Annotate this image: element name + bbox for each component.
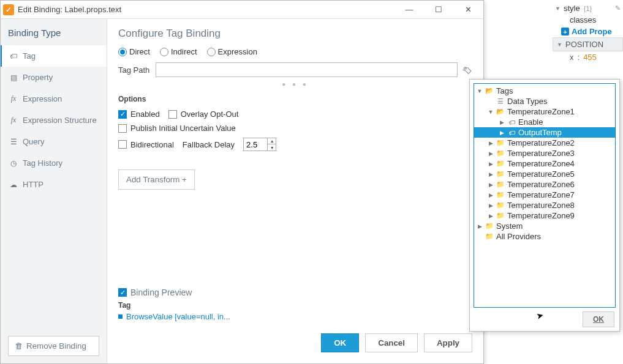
radio-indirect[interactable]: Indirect bbox=[160, 47, 197, 56]
tagpath-label: Tag Path bbox=[118, 65, 149, 75]
types-icon: ☰ bbox=[496, 97, 505, 105]
main-title: Configure Tag Binding bbox=[118, 28, 472, 40]
radio-expression[interactable]: Expression bbox=[207, 47, 257, 56]
sidebar-item-tag-history[interactable]: ◷ Tag History bbox=[1, 152, 107, 174]
tree-node[interactable]: ▶📁TemperatureZone5 bbox=[474, 169, 615, 179]
style-key[interactable]: style bbox=[564, 4, 580, 13]
trash-icon: 🗑 bbox=[15, 341, 23, 351]
tree-toggle-icon[interactable]: ▼ bbox=[557, 42, 562, 48]
tree-toggle-icon[interactable]: ▶ bbox=[488, 192, 494, 198]
checkbox-icon[interactable] bbox=[118, 288, 127, 297]
tag-icon: 🏷 bbox=[507, 119, 516, 126]
tree-toggle-icon[interactable]: ▶ bbox=[477, 223, 483, 229]
add-transform-button[interactable]: Add Transform + bbox=[118, 169, 195, 190]
paint-icon[interactable]: ✎ bbox=[615, 4, 621, 12]
sidebar-item-label: Tag History bbox=[23, 158, 62, 168]
browse-tag-icon[interactable]: 🏷 bbox=[459, 62, 474, 77]
tree-node-label: Tags bbox=[496, 86, 513, 95]
main-panel: Configure Tag Binding Direct Indirect Ex… bbox=[107, 19, 483, 363]
checkbox-icon bbox=[118, 140, 127, 149]
fallback-delay-label: Fallback Delay bbox=[183, 140, 235, 149]
sidebar-item-query[interactable]: ☰ Query bbox=[1, 131, 107, 152]
tree-toggle-icon[interactable]: ▶ bbox=[488, 213, 494, 219]
tree-toggle-icon[interactable]: ▶ bbox=[488, 202, 494, 209]
add-property-link[interactable]: + Add Prope bbox=[553, 26, 623, 37]
apply-button[interactable]: Apply bbox=[424, 333, 472, 352]
sidebar-item-http[interactable]: ☁ HTTP bbox=[1, 174, 107, 195]
maximize-button[interactable]: ☐ bbox=[429, 2, 448, 17]
spinner-up-icon[interactable]: ▲ bbox=[268, 138, 276, 144]
ok-button[interactable]: OK bbox=[321, 333, 359, 352]
tree-toggle-icon[interactable]: ▶ bbox=[499, 130, 505, 136]
classes-key[interactable]: classes bbox=[570, 15, 596, 24]
titlebar[interactable]: Edit Binding: Label.props.text — ☐ ✕ bbox=[1, 1, 483, 19]
radio-dot-icon bbox=[160, 48, 168, 56]
checkbox-icon bbox=[118, 110, 127, 119]
tree-node-label: TemperatureZone1 bbox=[507, 107, 575, 116]
tree-toggle-icon[interactable]: ▶ bbox=[488, 171, 494, 177]
tag-tree[interactable]: ▼📂Tags☰Data Types▼📂TemperatureZone1▶🏷Ena… bbox=[474, 83, 616, 308]
tree-node-label: Enable bbox=[518, 117, 543, 127]
enabled-checkbox[interactable]: Enabled bbox=[118, 110, 160, 119]
popup-ok-button[interactable]: OK bbox=[583, 311, 614, 327]
sidebar-item-label: Query bbox=[23, 137, 44, 146]
folder-icon: 📁 bbox=[496, 170, 505, 178]
tree-node[interactable]: ▶📁TemperatureZone4 bbox=[474, 158, 615, 169]
overlay-checkbox[interactable]: Overlay Opt-Out bbox=[168, 110, 239, 119]
sidebar-item-expression[interactable]: fx Expression bbox=[1, 88, 107, 110]
tree-node[interactable]: ▶📁TemperatureZone2 bbox=[474, 138, 615, 148]
window-title: Edit Binding: Label.props.text bbox=[18, 5, 400, 14]
tree-node[interactable]: ▼📂TemperatureZone1 bbox=[474, 106, 615, 117]
sidebar-item-property[interactable]: ▤ Property bbox=[1, 67, 107, 88]
sidebar-item-expression-structure[interactable]: fx Expression Structure bbox=[1, 110, 107, 131]
tree-node[interactable]: ▶📁TemperatureZone6 bbox=[474, 179, 615, 190]
close-button[interactable]: ✕ bbox=[459, 2, 477, 17]
tree-node-label: System bbox=[496, 221, 523, 231]
tree-toggle-icon[interactable]: ▶ bbox=[488, 140, 494, 146]
tree-toggle-icon[interactable]: ▼ bbox=[477, 88, 483, 94]
radio-dot-icon bbox=[118, 48, 127, 56]
tag-icon: 🏷 bbox=[9, 52, 18, 61]
cloud-icon: ☁ bbox=[9, 180, 18, 189]
tree-toggle-icon[interactable]: ▶ bbox=[499, 119, 505, 125]
tree-node[interactable]: ▶📁TemperatureZone8 bbox=[474, 200, 615, 210]
folder-open-icon: 📂 bbox=[485, 87, 494, 95]
position-section[interactable]: ▼ POSITION bbox=[553, 37, 623, 51]
resize-handle-icon[interactable]: ● ● ● bbox=[118, 81, 472, 87]
tree-node[interactable]: ▶🏷Enable bbox=[474, 117, 615, 127]
tree-toggle-icon[interactable]: ▶ bbox=[488, 150, 494, 157]
property-icon: ▤ bbox=[9, 73, 18, 82]
sidebar-item-tag[interactable]: 🏷 Tag bbox=[1, 45, 107, 67]
sidebar-item-label: Expression Structure bbox=[23, 116, 97, 125]
tree-node[interactable]: 📁All Providers bbox=[474, 231, 615, 242]
radio-direct[interactable]: Direct bbox=[118, 47, 150, 56]
preview-title: Binding Preview bbox=[130, 288, 192, 297]
tree-node[interactable]: ▶📁TemperatureZone9 bbox=[474, 210, 615, 221]
spinner-down-icon[interactable]: ▼ bbox=[268, 144, 276, 150]
tree-node[interactable]: ▶🏷OutputTemp bbox=[474, 127, 615, 138]
tree-node[interactable]: ▶📁TemperatureZone7 bbox=[474, 190, 615, 200]
sidebar-item-label: Expression bbox=[23, 94, 62, 103]
radio-dot-icon bbox=[207, 48, 216, 56]
tree-node[interactable]: ▶📁System bbox=[474, 221, 615, 231]
bidirectional-checkbox[interactable]: Bidirectional bbox=[118, 140, 174, 149]
binding-preview: Binding Preview Tag BrowseValue [value=n… bbox=[118, 287, 472, 321]
tree-node[interactable]: ▼📂Tags bbox=[474, 86, 615, 96]
tree-toggle-icon[interactable]: ▶ bbox=[488, 182, 494, 188]
tree-toggle-icon[interactable]: ▼ bbox=[555, 6, 560, 12]
remove-binding-button[interactable]: 🗑 Remove Binding bbox=[8, 336, 99, 356]
cancel-button[interactable]: Cancel bbox=[365, 333, 418, 352]
fallback-delay-spinner[interactable]: ▲ ▼ bbox=[243, 138, 276, 151]
tree-toggle-icon[interactable]: ▼ bbox=[488, 109, 494, 115]
x-value[interactable]: 455 bbox=[583, 53, 597, 62]
publish-checkbox[interactable]: Publish Initial Uncertain Value bbox=[118, 124, 236, 133]
x-key[interactable]: x bbox=[570, 53, 574, 62]
tree-node[interactable]: ☰Data Types bbox=[474, 96, 615, 106]
app-icon bbox=[3, 4, 14, 15]
tree-toggle-icon[interactable]: ▶ bbox=[488, 161, 494, 167]
tree-node[interactable]: ▶📁TemperatureZone3 bbox=[474, 148, 615, 158]
fallback-delay-input[interactable] bbox=[244, 138, 267, 150]
tagpath-input[interactable] bbox=[156, 62, 458, 77]
sidebar-item-label: HTTP bbox=[23, 180, 43, 189]
minimize-button[interactable]: — bbox=[400, 2, 418, 17]
